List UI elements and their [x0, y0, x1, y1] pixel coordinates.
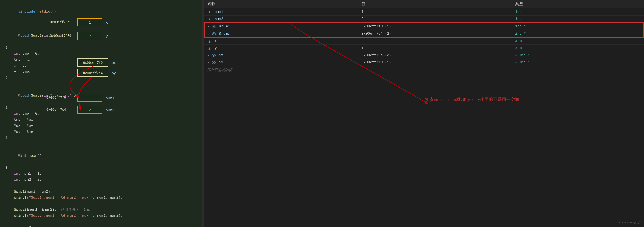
var-name: &num1	[219, 24, 230, 28]
var-name: x	[215, 39, 217, 43]
code-line-swap2-call: Swap2(&num1, &num2); 已用时间 <= 1ms	[5, 207, 196, 213]
watch-icon	[208, 40, 211, 43]
debug-panel: 名称 值 类型 num1 1 int num2 2	[204, 0, 644, 227]
code-line-swap1-tmp: int tmp = 0;	[5, 51, 196, 57]
table-row-x: x 2 ↺ int	[204, 37, 644, 45]
row-name: ▶ &y	[204, 59, 358, 66]
row-type: ↺ int *	[512, 52, 644, 59]
code-line-swap1-close: }	[5, 75, 196, 81]
code-line-main-num2: int num2 = 2;	[5, 177, 196, 183]
code-line-blank2	[5, 81, 196, 87]
code-line-swap2-px: *px = *py;	[5, 123, 196, 129]
code-line-main-num1: int num1 = 1;	[5, 171, 196, 177]
code-line-swap2-tmp2: tmp = *px;	[5, 117, 196, 123]
row-value: 0x00eff7e4 {2}	[358, 30, 512, 37]
row-type: int	[512, 8, 644, 16]
panel-divider	[202, 0, 204, 227]
var-name: &y	[219, 60, 223, 64]
code-line-swap2-tmp: int tmp = 0;	[5, 111, 196, 117]
watch-icon	[208, 18, 211, 20]
table-row-num2-addr: ▶ &num2 0x00eff7e4 {2} int *	[204, 30, 644, 37]
watch-icon	[208, 11, 211, 13]
row-type: int *	[512, 23, 644, 30]
row-value: 0x00eff70c {2}	[358, 52, 512, 59]
row-name: ▶ &num1	[204, 23, 358, 30]
code-line-swap1-y: y = tmp;	[5, 69, 196, 75]
var-name: y	[215, 46, 217, 50]
row-value: 1	[358, 8, 512, 16]
code-line-swap1-open: {	[5, 45, 196, 51]
code-line-blank5	[5, 201, 196, 207]
table-row-y-addr: ▶ &y 0x00eff710 {1} ↺ int *	[204, 59, 644, 66]
table-row-x-addr: ▶ &x 0x00eff70c {2} ↺ int *	[204, 52, 644, 59]
row-name: y	[204, 45, 358, 52]
code-line-swap1-call: Swap1(num1, num2);	[5, 189, 196, 195]
expand-icon: ▶	[208, 54, 209, 57]
row-value: 0x00eff710 {1}	[358, 59, 512, 66]
var-name: &x	[219, 53, 223, 57]
table-row: num1 1 int	[204, 8, 644, 16]
code-line-swap2-sig: ⊟void Swap2(int* px, int* py)	[5, 87, 196, 105]
row-name: ▶ &num2	[204, 30, 358, 37]
row-type: ↺ int *	[512, 59, 644, 66]
add-watch-label[interactable]: 添加要监视的项	[204, 66, 644, 74]
row-type: ↺ int	[512, 37, 644, 45]
code-line-swap2-py: *py = tmp;	[5, 129, 196, 135]
code-line-blank4	[5, 183, 196, 189]
table-row-y: y 1 ↺ int	[204, 45, 644, 52]
col-header-value: 值	[358, 0, 512, 8]
code-line-main-open: {	[5, 165, 196, 171]
row-type: int	[512, 16, 644, 23]
annotation-text: 实参num1、num2和形参x、y使用的不是同一空间	[425, 97, 519, 102]
code-line-swap1-sig: ⊟void Swap1(int x, int y)	[5, 27, 196, 45]
expand-icon: ▶	[208, 32, 209, 35]
code-line-printf2: printf("Swap2::num1 = %d num2 = %d\n", n…	[5, 213, 196, 219]
expand-icon: ▶	[208, 25, 209, 28]
code-line-blank3	[5, 141, 196, 147]
row-value: 2	[358, 16, 512, 23]
row-name: ▶ &x	[204, 52, 358, 59]
row-value: 0x00eff7f0 {1}	[358, 23, 512, 30]
code-line-printf1: printf("Swap1::num1 = %d num2 = %d\n", n…	[5, 195, 196, 201]
watch-icon	[208, 47, 211, 50]
code-line-return: return 0;	[5, 225, 196, 227]
var-name: num1	[215, 10, 223, 14]
code-line-include: #include <stdio.h>	[5, 3, 196, 21]
col-header-type: 类型	[512, 0, 644, 8]
watch-icon	[212, 61, 216, 64]
expand-icon: ▶	[208, 61, 209, 64]
row-name: num2	[204, 16, 358, 23]
row-value: 1	[358, 45, 512, 52]
var-name: &num2	[219, 32, 230, 36]
watermark: CSDN @waves浪游	[613, 220, 641, 225]
row-value: 2	[358, 37, 512, 45]
watch-table: 名称 值 类型 num1 1 int num2 2	[204, 0, 644, 66]
row-type: ↺ int	[512, 45, 644, 52]
watch-icon	[212, 32, 216, 35]
code-line-blank6	[5, 219, 196, 225]
code-line-swap1-x: x = y;	[5, 63, 196, 69]
table-row: num2 2 int	[204, 16, 644, 23]
code-line-swap2-open: {	[5, 105, 196, 111]
code-line-swap1-tmp2: tmp = x;	[5, 57, 196, 63]
row-name: x	[204, 37, 358, 45]
row-name: num1	[204, 8, 358, 16]
table-row-num1-addr: ▶ &num1 0x00eff7f0 {1} int *	[204, 23, 644, 30]
watch-icon	[212, 54, 216, 57]
code-panel: #include <stdio.h> ⊟void Swap1(int x, in…	[0, 0, 202, 227]
var-name: num2	[215, 17, 223, 21]
code-line-swap2-close: }	[5, 135, 196, 141]
code-line-blank1	[5, 21, 196, 27]
watch-icon	[212, 25, 216, 28]
code-line-main-sig: ⊟int main()	[5, 147, 196, 165]
col-header-name: 名称	[204, 0, 358, 8]
row-type: int *	[512, 30, 644, 37]
